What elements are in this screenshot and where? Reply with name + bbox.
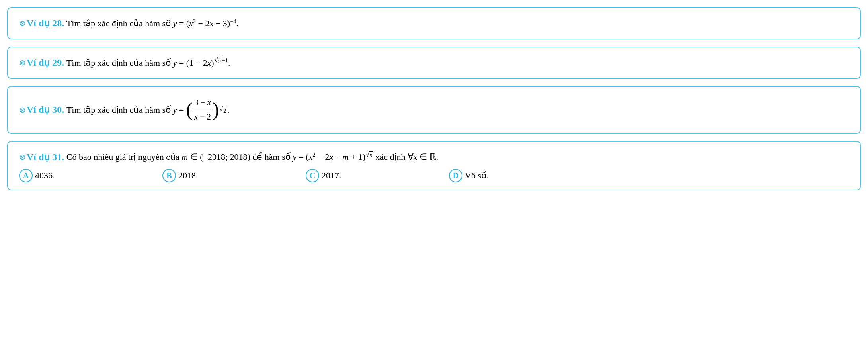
diamond-icon-29: ⊗ xyxy=(19,56,26,69)
answer-choice-D[interactable]: D Vô số. xyxy=(449,169,592,182)
example-28-content: ⊗ Ví dụ 28. Tìm tập xác định của hàm số … xyxy=(19,15,849,31)
example-30-text: Tìm tập xác định của hàm số xyxy=(66,102,173,117)
example-28-box: ⊗ Ví dụ 28. Tìm tập xác định của hàm số … xyxy=(7,7,861,39)
answer-choice-A[interactable]: A 4036. xyxy=(19,169,162,182)
circle-letter-D: D xyxy=(449,169,462,182)
example-30-box: ⊗ Ví dụ 30. Tìm tập xác định của hàm số … xyxy=(7,86,861,134)
example-28-formula: y = (x2 − 2x − 3)−4. xyxy=(173,16,238,31)
example-30-title: Ví dụ 30. xyxy=(27,102,64,118)
example-31-title: Ví dụ 31. xyxy=(27,149,64,165)
circle-letter-C: C xyxy=(306,169,319,182)
example-29-content: ⊗ Ví dụ 29. Tìm tập xác định của hàm số … xyxy=(19,55,849,71)
example-31-content: ⊗ Ví dụ 31. Có bao nhiêu giá trị nguyên … xyxy=(19,149,849,165)
example-29-box: ⊗ Ví dụ 29. Tìm tập xác định của hàm số … xyxy=(7,47,861,79)
answer-row-31: A 4036. B 2018. C 2017. D Vô số. xyxy=(19,169,849,182)
example-31-box: ⊗ Ví dụ 31. Có bao nhiêu giá trị nguyên … xyxy=(7,141,861,191)
answer-value-C: 2017. xyxy=(322,170,341,181)
example-29-formula: y = (1 − 2x)√3−1. xyxy=(173,55,230,70)
answer-value-D: Vô số. xyxy=(465,170,488,181)
diamond-icon-31: ⊗ xyxy=(19,150,26,164)
example-30-content: ⊗ Ví dụ 30. Tìm tập xác định của hàm số … xyxy=(19,96,849,124)
example-28-text: Tìm tập xác định của hàm số xyxy=(66,16,173,31)
example-29-text: Tìm tập xác định của hàm số xyxy=(66,55,173,70)
example-31-text: Có bao nhiêu giá trị nguyên của m ∈ (−20… xyxy=(66,149,438,164)
answer-value-A: 4036. xyxy=(35,170,55,181)
example-30-formula: y = ( 3 − x x − 2 ) √2 . xyxy=(173,96,230,124)
example-28-title: Ví dụ 28. xyxy=(27,15,64,31)
circle-letter-A: A xyxy=(19,169,33,182)
answer-choice-C[interactable]: C 2017. xyxy=(306,169,449,182)
example-29-title: Ví dụ 29. xyxy=(27,55,64,71)
diamond-icon-28: ⊗ xyxy=(19,16,26,30)
answer-value-B: 2018. xyxy=(178,170,198,181)
diamond-icon-30: ⊗ xyxy=(19,103,26,117)
answer-choice-B[interactable]: B 2018. xyxy=(162,169,306,182)
circle-letter-B: B xyxy=(162,169,176,182)
